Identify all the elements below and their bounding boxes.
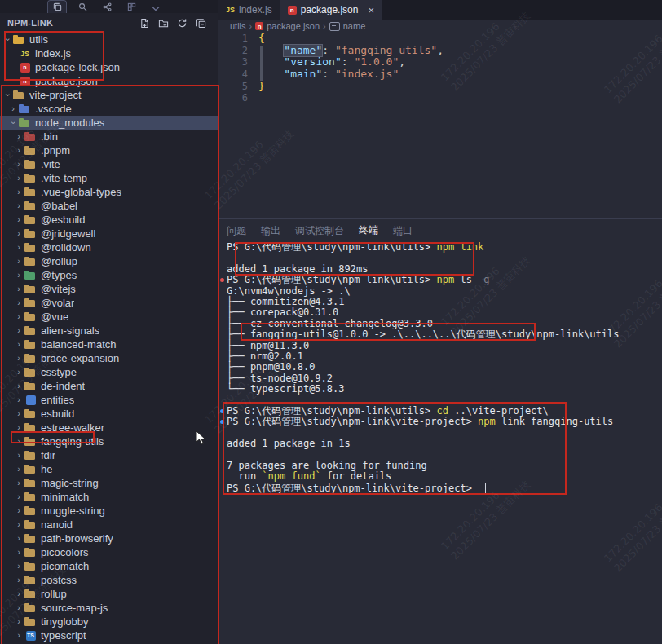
twisty-icon[interactable]: ›	[1, 35, 15, 45]
panel-tab-输出[interactable]: 输出	[261, 219, 280, 242]
copy-pages-icon[interactable]	[47, 0, 67, 13]
new-folder-icon[interactable]	[157, 16, 170, 29]
twisty-icon[interactable]: ›	[14, 185, 24, 199]
tree-item-vite-project[interactable]: ›vite-project	[0, 88, 218, 102]
twisty-icon[interactable]: ›	[14, 434, 24, 448]
twisty-icon[interactable]: ›	[14, 254, 24, 268]
twisty-icon[interactable]: ›	[14, 365, 24, 379]
tree-item-source-map-js[interactable]: ›source-map-js	[0, 601, 218, 615]
tree-item-picocolors[interactable]: ›picocolors	[0, 545, 218, 559]
twisty-icon[interactable]: ›	[14, 393, 24, 407]
twisty-icon[interactable]: ›	[14, 130, 24, 143]
tree-item-estree-walker[interactable]: ›estree-walker	[0, 421, 218, 434]
tree-item-utils[interactable]: ›utils	[0, 33, 218, 46]
tree-item-@vue[interactable]: ›@vue	[0, 310, 218, 324]
twisty-icon[interactable]: ›	[14, 462, 24, 476]
tree-item-minimatch[interactable]: ›minimatch	[0, 490, 218, 504]
tree-item-entities[interactable]: ›entities	[0, 393, 218, 407]
twisty-icon[interactable]: ›	[14, 240, 24, 254]
tree-item-path-browserify[interactable]: ›path-browserify	[0, 532, 218, 545]
tree-item-alien-signals[interactable]: ›alien-signals	[0, 324, 218, 337]
editor-tab-index.js[interactable]: JSindex.js	[218, 0, 280, 20]
new-file-icon[interactable]	[138, 16, 151, 29]
tree-item-@types[interactable]: ›@types	[0, 268, 218, 282]
tree-item-fangqing-utils[interactable]: ›fangqing-utils	[0, 434, 218, 448]
breadcrumb-item-package.json[interactable]: package.json	[267, 21, 320, 31]
editor-tab-package.json[interactable]: npackage.json×	[280, 0, 382, 20]
tree-item-muggle-string[interactable]: ›muggle-string	[0, 504, 218, 518]
twisty-icon[interactable]: ›	[14, 573, 24, 587]
tree-item-.vue-global-types[interactable]: ›.vue-global-types	[0, 185, 218, 199]
twisty-icon[interactable]: ›	[14, 171, 24, 185]
search-icon[interactable]	[73, 1, 91, 13]
editor-code-area[interactable]: 1{2 "name": "fangqing-utils",3 "version"…	[218, 33, 662, 218]
twisty-icon[interactable]: ›	[14, 559, 24, 573]
tree-item-@vitejs[interactable]: ›@vitejs	[0, 282, 218, 296]
tree-item-index.js[interactable]: ›JSindex.js	[0, 46, 218, 60]
twisty-icon[interactable]: ›	[14, 532, 24, 545]
tree-item-de-indent[interactable]: ›de-indent	[0, 379, 218, 393]
refresh-icon[interactable]	[175, 16, 188, 29]
twisty-icon[interactable]: ›	[14, 476, 24, 490]
twisty-icon[interactable]: ›	[8, 102, 18, 116]
collapse-all-icon[interactable]	[194, 16, 207, 29]
tree-item-@jridgewell[interactable]: ›@jridgewell	[0, 227, 218, 240]
twisty-icon[interactable]: ›	[14, 351, 24, 365]
twisty-icon[interactable]: ›	[14, 337, 24, 351]
twisty-icon[interactable]: ›	[14, 157, 24, 171]
tree-item-.bin[interactable]: ›.bin	[0, 130, 218, 143]
twisty-icon[interactable]: ›	[14, 601, 24, 615]
twisty-icon[interactable]: ›	[14, 199, 24, 213]
panel-tab-调试控制台[interactable]: 调试控制台	[295, 219, 344, 242]
twisty-icon[interactable]: ›	[14, 629, 24, 642]
twisty-icon[interactable]: ›	[14, 282, 24, 296]
close-icon[interactable]: ×	[368, 5, 374, 15]
tree-item-nanoid[interactable]: ›nanoid	[0, 518, 218, 532]
breadcrumb[interactable]: utils›npackage.json›name	[218, 20, 662, 33]
tree-item-fdir[interactable]: ›fdir	[0, 448, 218, 462]
terminal[interactable]: PS G:\代码管理\study\npm-link\utils> npm lin…	[218, 242, 662, 493]
tree-item-typescript[interactable]: ›TStypescript	[0, 629, 218, 642]
grid-icon[interactable]	[122, 1, 140, 13]
tree-item-picomatch[interactable]: ›picomatch	[0, 559, 218, 573]
twisty-icon[interactable]: ›	[14, 490, 24, 504]
tree-item-csstype[interactable]: ›csstype	[0, 365, 218, 379]
tree-item-package.json[interactable]: ›npackage.json	[0, 74, 218, 88]
twisty-icon[interactable]: ›	[14, 448, 24, 462]
tree-item-.vite[interactable]: ›.vite	[0, 157, 218, 171]
tree-item-node_modules[interactable]: ›node_modules	[0, 116, 218, 130]
tree-item-.vscode[interactable]: ›.vscode	[0, 102, 218, 116]
tree-item-he[interactable]: ›he	[0, 462, 218, 476]
twisty-icon[interactable]: ›	[7, 118, 20, 128]
tree-item-postcss[interactable]: ›postcss	[0, 573, 218, 587]
tree-item-package-lock.json[interactable]: ›npackage-lock.json	[0, 60, 218, 74]
panel-tab-端口[interactable]: 端口	[393, 219, 413, 242]
twisty-icon[interactable]: ›	[14, 518, 24, 532]
twisty-icon[interactable]: ›	[14, 421, 24, 434]
tree-item-magic-string[interactable]: ›magic-string	[0, 476, 218, 490]
twisty-icon[interactable]: ›	[14, 615, 24, 629]
twisty-icon[interactable]: ›	[1, 90, 15, 100]
twisty-icon[interactable]: ›	[14, 587, 24, 601]
panel-tab-terminal-active[interactable]: 终端	[359, 219, 378, 243]
twisty-icon[interactable]: ›	[14, 545, 24, 559]
command-decoration-blue-icon[interactable]	[220, 409, 224, 413]
twisty-icon[interactable]: ›	[14, 407, 24, 421]
tree-item-.vite-temp[interactable]: ›.vite-temp	[0, 171, 218, 185]
fork-icon[interactable]	[98, 1, 116, 13]
twisty-icon[interactable]: ›	[14, 143, 24, 157]
twisty-icon[interactable]: ›	[14, 310, 24, 324]
breadcrumb-item-utils[interactable]: utils	[230, 21, 246, 31]
tree-item-esbuild[interactable]: ›esbuild	[0, 407, 218, 421]
tree-item-@rolldown[interactable]: ›@rolldown	[0, 240, 218, 254]
twisty-icon[interactable]: ›	[14, 296, 24, 310]
tree-item-tinyglobby[interactable]: ›tinyglobby	[0, 615, 218, 629]
breadcrumb-item-name[interactable]: name	[343, 21, 366, 31]
tree-item-@babel[interactable]: ›@babel	[0, 199, 218, 213]
tree-item-brace-expansion[interactable]: ›brace-expansion	[0, 351, 218, 365]
twisty-icon[interactable]: ›	[14, 213, 24, 227]
tree-item-balanced-match[interactable]: ›balanced-match	[0, 337, 218, 351]
twisty-icon[interactable]: ›	[14, 227, 24, 240]
tree-item-rollup[interactable]: ›rollup	[0, 587, 218, 601]
tree-item-@esbuild[interactable]: ›@esbuild	[0, 213, 218, 227]
